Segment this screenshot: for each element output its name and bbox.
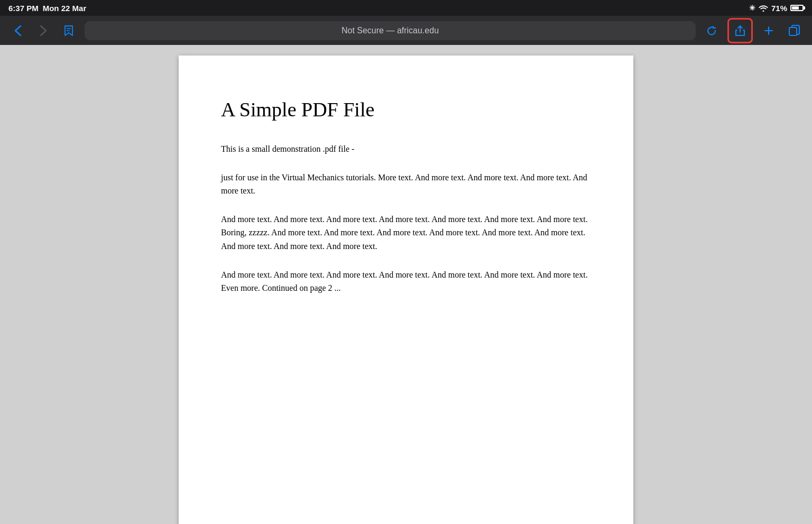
date-display: Mon 22 Mar bbox=[43, 4, 87, 13]
new-tab-button[interactable] bbox=[759, 21, 778, 40]
address-bar[interactable]: Not Secure — africau.edu bbox=[85, 21, 696, 40]
pdf-page: A Simple PDF File This is a small demons… bbox=[179, 56, 633, 524]
tabs-button[interactable] bbox=[785, 21, 804, 40]
back-button[interactable] bbox=[8, 21, 27, 40]
reload-button[interactable] bbox=[702, 21, 721, 40]
time-display: 6:37 PM bbox=[8, 4, 39, 13]
pdf-title: A Simple PDF File bbox=[221, 98, 591, 121]
forward-button[interactable] bbox=[34, 21, 53, 40]
address-text: Not Secure — africau.edu bbox=[342, 26, 439, 35]
status-bar: 6:37 PM Mon 22 Mar ✳ 71% bbox=[0, 0, 812, 16]
battery-percent: 71% bbox=[771, 4, 787, 13]
pdf-paragraph-1: This is a small demonstration .pdf file … bbox=[221, 142, 591, 156]
share-button[interactable] bbox=[727, 18, 753, 43]
browser-toolbar: Not Secure — africau.edu bbox=[0, 16, 812, 45]
content-area: A Simple PDF File This is a small demons… bbox=[0, 45, 812, 524]
svg-rect-4 bbox=[789, 27, 797, 35]
battery-icon bbox=[790, 5, 804, 11]
pdf-paragraph-4: And more text. And more text. And more t… bbox=[221, 268, 591, 295]
brightness-icon: ✳ bbox=[749, 4, 755, 12]
pdf-paragraph-3: And more text. And more text. And more t… bbox=[221, 213, 591, 253]
wifi-icon bbox=[759, 4, 768, 12]
pdf-paragraph-2: just for use in the Virtual Mechanics tu… bbox=[221, 171, 591, 198]
bookmarks-button[interactable] bbox=[59, 21, 78, 40]
